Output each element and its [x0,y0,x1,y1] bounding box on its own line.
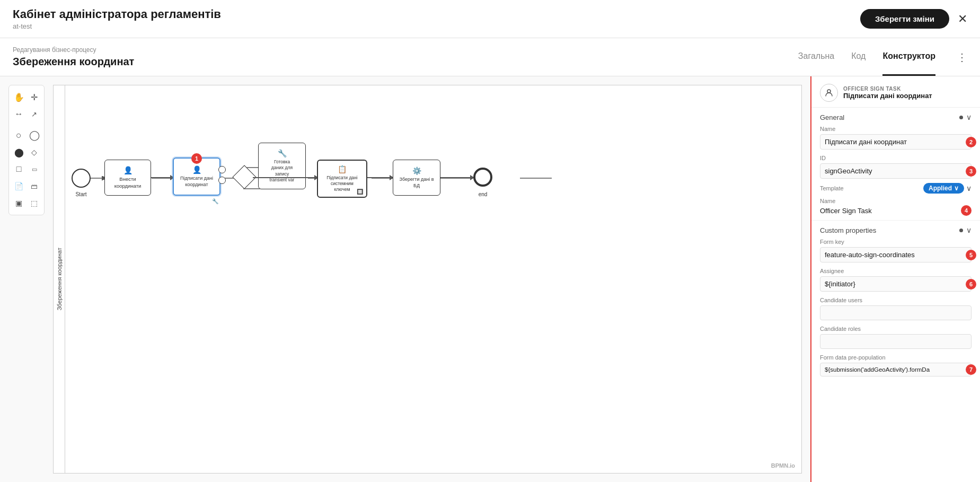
node-start[interactable]: Start [72,169,91,188]
id-input[interactable]: signGeoActivity 3 [820,163,972,179]
close-button[interactable]: ✕ [958,13,967,25]
tool-cross[interactable]: ✛ [28,90,41,104]
name-input[interactable]: Підписати дані координат 2 [820,134,972,150]
intermediate-event-1 [218,166,226,173]
task4-icon: 📋 [338,165,347,173]
page-info: Редагування бізнес-процесу Збереження ко… [13,46,134,68]
section-custom-icons: ∨ [959,226,972,234]
more-menu-icon[interactable]: ⋮ [957,51,967,64]
node-gateway[interactable] [236,169,253,186]
section-custom-header[interactable]: Custom properties ∨ [811,221,980,238]
form-data-label: Form data pre-population [820,354,972,361]
field-candidate-users: Candidate users [811,296,980,325]
tool-database[interactable]: 🗃 [28,179,41,194]
node-end[interactable]: end [473,168,492,187]
section-custom-title: Custom properties [820,226,876,234]
applied-badge[interactable]: Applied ∨ [923,183,964,194]
badge-4: 4 [961,205,972,216]
sub-header: Редагування бізнес-процесу Збереження ко… [0,38,980,76]
candidate-roles-label: Candidate roles [820,326,972,332]
header-left: Кабінет адміністратора регламентів at-te… [13,7,221,30]
candidate-users-label: Candidate users [820,297,972,303]
chevron-down-icon[interactable]: ∨ [966,113,972,121]
candidate-roles-input[interactable] [820,334,972,349]
node-task-2[interactable]: 1 👤 Підписати данікоординат 🔧 [173,157,220,196]
task2-label: Підписати данікоординат [180,176,213,188]
arrow-4-5 [367,177,392,178]
id-value: signGeoActivity [825,167,967,175]
node-task-5[interactable]: ⚙️ Зберегти дані вБД [393,160,440,196]
app-title: Кабінет адміністратора регламентів [13,7,221,21]
canvas-area: ✋ ✛ ↔ ↗ ○ ◯ ⬤ ◇ □ ▭ 📄 🗃 [0,76,810,482]
arrow-5-end [440,177,472,178]
save-button[interactable]: Зберегти зміни [860,9,949,29]
applied-chevron-icon: ∨ [954,185,959,192]
diagram-container[interactable]: Збереження координат [53,85,802,474]
tool-hand[interactable]: ✋ [12,90,25,104]
field-candidate-roles: Candidate roles [811,325,980,353]
task3-icon: 🔧 [278,149,287,157]
intermediate-event-2 [218,177,226,184]
panel-header-icon [820,84,838,102]
dot-icon-2 [959,229,963,232]
field-assignee: Assignee ${initiator} 6 [811,267,980,296]
tool-square[interactable]: □ [12,162,25,177]
field-form-key: Form key feature-auto-sign-coordinates 5 [811,238,980,267]
template-name-row: Name Officer Sign Task 4 [811,197,980,220]
tool-rectangle[interactable]: ▭ [28,162,41,177]
template-row: Template Applied ∨ ∨ [811,183,980,197]
chevron-custom-icon[interactable]: ∨ [966,226,972,234]
bpmn-io-label: BPMN.io [771,462,795,469]
assignee-value: ${initiator} [825,280,967,288]
form-key-input[interactable]: feature-auto-sign-coordinates 5 [820,247,972,262]
name-label: Name [820,126,972,132]
end-label: end [479,191,488,197]
right-panel: OFFICER SIGN TASK Підписати дані координ… [810,76,980,482]
task5-label: Зберегти дані вБД [400,177,434,189]
node-task-1[interactable]: 👤 Внестикоординати [104,160,151,196]
task-name-label: Підписати дані координат [843,92,932,100]
panel-content[interactable]: General ∨ Name Підписати дані координат … [811,108,980,482]
name-value: Підписати дані координат [825,138,967,146]
section-general-header[interactable]: General ∨ [811,108,980,125]
candidate-users-input[interactable] [820,305,972,320]
tool-arrow-diagonal[interactable]: ↗ [28,107,41,121]
tool-diamond[interactable]: ◇ [28,145,41,160]
header-right: Зберегти зміни ✕ [860,9,967,29]
tab-bar: Загальна Код Конструктор ⋮ [798,38,967,76]
section-general-title: General [820,113,844,121]
panel-header-info: OFFICER SIGN TASK Підписати дані координ… [843,86,932,100]
field-id: ID signGeoActivity 3 [811,154,980,183]
top-header: Кабінет адміністратора регламентів at-te… [0,0,980,38]
badge-2: 2 [966,137,976,147]
assignee-input[interactable]: ${initiator} 6 [820,276,972,292]
tab-code[interactable]: Код [851,38,866,76]
tab-general[interactable]: Загальна [798,38,834,76]
id-label: ID [820,155,972,161]
tool-circle-filled[interactable]: ⬤ [12,145,25,160]
app-subtitle: at-test [13,22,221,30]
form-key-value: feature-auto-sign-coordinates [825,251,967,259]
template-name-value: Officer Sign Task [820,207,872,215]
tool-circle-outline[interactable]: ◯ [28,128,41,143]
assignee-label: Assignee [820,268,972,274]
node-task-4[interactable]: 📋 Підписати данісистемнимключем 🔲 [317,160,367,198]
form-data-value: ${submission('addGeoActivity').formDa [825,366,967,373]
tool-frame[interactable]: ▣ [12,196,25,211]
svg-point-9 [827,90,831,93]
panel-header: OFFICER SIGN TASK Підписати дані координ… [811,76,980,108]
task4-sub: 🔲 [357,189,363,195]
node-task-3[interactable]: 🔧 Готовкаданих длязаписуtransient var [258,143,306,189]
field-name: Name Підписати дані координат 2 [811,125,980,154]
tool-selection[interactable]: ⬚ [28,196,41,211]
task4-label: Підписати данісистемнимключем [326,175,357,192]
form-data-input[interactable]: ${submission('addGeoActivity').formDa 7 [820,363,972,376]
tab-constructor[interactable]: Конструктор [882,38,935,76]
tool-arrows-horizontal[interactable]: ↔ [12,107,25,121]
template-label: Template [820,185,844,191]
form-key-label: Form key [820,239,972,245]
tool-circle-empty[interactable]: ○ [12,128,25,143]
tool-document[interactable]: 📄 [12,179,25,194]
bpmn-canvas: Збереження координат [54,85,801,473]
template-chevron-icon[interactable]: ∨ [966,184,972,192]
